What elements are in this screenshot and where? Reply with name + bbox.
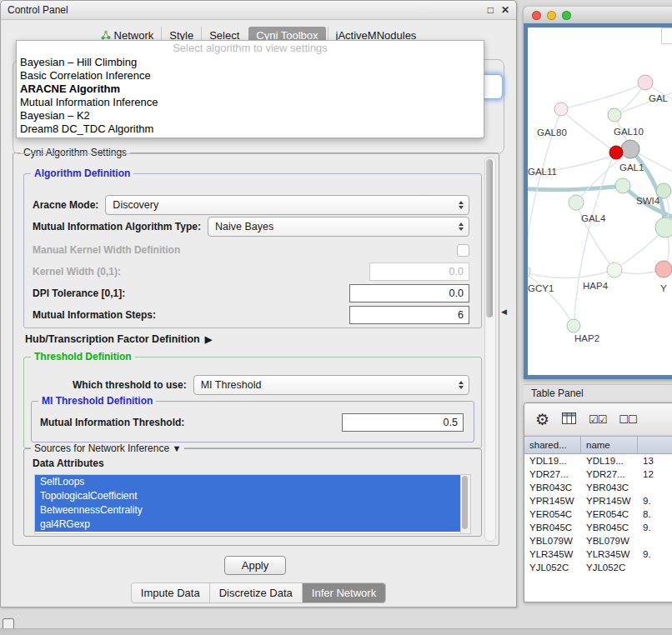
select-none-icon[interactable]: ☐☐ <box>619 414 636 425</box>
table-cell: YPR145W <box>524 496 581 506</box>
algorithm-option[interactable]: Basic Correlation Inference <box>17 69 484 82</box>
mi-type-combo[interactable]: Naive Bayes <box>208 217 469 237</box>
dpi-tolerance-row: DPI Tolerance [0,1]: 0.0 <box>33 284 469 302</box>
network-node[interactable] <box>638 75 653 90</box>
gear-icon[interactable]: ⚙ <box>535 412 549 428</box>
combo-arrows-icon <box>459 201 464 209</box>
network-window-titlebar[interactable] <box>524 7 672 24</box>
sources-group: Sources for Network Inference ▼ Data Att… <box>23 448 482 537</box>
bottom-edge-bar <box>0 628 672 635</box>
table-cell: 9. <box>638 496 672 506</box>
network-edge[interactable] <box>574 152 615 326</box>
network-node[interactable] <box>621 140 639 158</box>
settings-scrollbar-thumb[interactable] <box>486 159 493 318</box>
which-threshold-combo[interactable]: MI Threshold <box>193 375 469 395</box>
network-canvas[interactable]: GALGAL80GAL10GAL11GAL1SWI4GAL4GCY1HAP4HA… <box>528 28 672 375</box>
network-node[interactable] <box>655 261 672 278</box>
column-header[interactable]: shared... <box>524 437 581 453</box>
manual-kernel-checkbox[interactable] <box>457 244 469 257</box>
table-panel-header[interactable]: Table Panel <box>524 384 672 402</box>
algorithm-option[interactable]: Bayesian – K2 <box>17 109 484 122</box>
network-node[interactable] <box>615 178 630 193</box>
network-node[interactable] <box>609 146 623 159</box>
table-row[interactable]: YDL19...YDL19...13 <box>524 454 672 468</box>
network-node[interactable] <box>655 218 672 238</box>
settings-scrollbar[interactable] <box>484 157 496 542</box>
network-edge[interactable] <box>561 82 645 109</box>
minimize-button[interactable] <box>547 11 556 20</box>
zoom-button[interactable] <box>562 11 571 20</box>
node-label: GAL1 <box>619 162 644 172</box>
algorithm-dropdown-list: Bayesian – Hill ClimbingBasic Correlatio… <box>17 56 484 136</box>
table-row[interactable]: YBL079WYBL079W <box>524 534 672 548</box>
column-browser-icon[interactable] <box>562 412 576 427</box>
network-view-frame: GALGAL80GAL10GAL11GAL1SWI4GAL4GCY1HAP4HA… <box>524 23 672 379</box>
kernel-width-field[interactable]: 0.0 <box>369 262 469 281</box>
cyni-algorithm-settings-group: Cyni Algorithm Settings Algorithm Defini… <box>13 152 499 546</box>
network-node[interactable] <box>608 108 621 122</box>
column-header[interactable]: name <box>581 437 638 453</box>
close-panel-icon[interactable]: ✕ <box>501 5 509 15</box>
apply-button[interactable]: Apply <box>224 556 286 575</box>
network-canvas-svg: GALGAL80GAL10GAL11GAL1SWI4GAL4GCY1HAP4HA… <box>528 28 672 375</box>
sources-legend: Sources for Network Inference ▼ <box>31 442 184 454</box>
mi-steps-field[interactable]: 6 <box>349 306 469 324</box>
close-button[interactable] <box>532 11 541 20</box>
network-edge[interactable] <box>528 186 623 190</box>
table-row[interactable]: YJL052CYJL052C <box>524 561 672 574</box>
column-header[interactable] <box>638 437 672 453</box>
table-row[interactable]: YDR27...YDR27...12 <box>524 468 672 481</box>
table-row[interactable]: YLR345WYLR345W9. <box>524 548 672 561</box>
dpi-tolerance-field[interactable]: 0.0 <box>349 284 469 302</box>
control-panel-titlebar[interactable]: Control Panel □ ✕ <box>1 1 516 20</box>
table-cell: 8. <box>638 509 672 519</box>
algorithm-option[interactable]: Dream8 DC_TDC Algorithm <box>17 122 484 136</box>
table-cell: 12 <box>638 469 672 479</box>
table-header-row: shared...name <box>524 436 672 454</box>
bottom-tab-discretize-data[interactable]: Discretize Data <box>209 583 302 602</box>
network-edge[interactable] <box>561 109 615 152</box>
attribute-item[interactable]: TopologicalCoefficient <box>35 489 461 503</box>
network-node[interactable] <box>569 195 584 210</box>
expanded-arrow-icon[interactable]: ▼ <box>172 443 181 453</box>
bottom-tab-impute-data[interactable]: Impute Data <box>132 583 209 602</box>
network-node[interactable] <box>567 319 580 332</box>
node-label: HAP2 <box>574 333 599 343</box>
bottom-tabs-container: Impute DataDiscretize DataInfer Network <box>1 582 516 603</box>
bottom-tab-infer-network[interactable]: Infer Network <box>302 583 385 602</box>
table-row[interactable]: YBR043CYBR043C <box>524 481 672 494</box>
network-edge[interactable] <box>528 272 574 326</box>
select-all-icon[interactable]: ☑☑ <box>589 414 606 425</box>
combo-arrows-icon <box>459 222 464 231</box>
table-cell: YBR043C <box>581 482 638 492</box>
network-node[interactable] <box>554 102 568 116</box>
algorithm-option[interactable]: Mutual Information Inference <box>17 96 484 109</box>
attribute-item[interactable]: BetweennessCentrality <box>35 503 461 518</box>
table-cell: YLR345W <box>524 549 581 559</box>
float-window-icon[interactable]: □ <box>488 5 494 15</box>
attribute-item[interactable]: gal4RGexp <box>35 518 461 532</box>
algorithm-option[interactable]: Bayesian – Hill Climbing <box>17 56 484 69</box>
table-cell: 9. <box>638 522 672 532</box>
attribute-item[interactable]: SelfLoops <box>35 475 461 489</box>
table-row[interactable]: YPR145WYPR145W9. <box>524 494 672 508</box>
network-scroll-corner[interactable] <box>661 28 672 44</box>
table-cell: YER054C <box>524 509 581 519</box>
aracne-mode-combo[interactable]: Discovery <box>105 195 469 215</box>
mi-threshold-row: Mutual Information Threshold: 0.5 <box>40 413 464 432</box>
manual-kernel-row: Manual Kernel Width Definition <box>33 241 469 259</box>
network-edge[interactable] <box>528 270 614 278</box>
network-edge[interactable] <box>576 149 630 202</box>
attributes-scrollbar-thumb[interactable] <box>462 476 468 529</box>
table-cell: YLR345W <box>581 549 638 559</box>
panel-splitter-arrow-icon[interactable]: ◀ <box>501 308 507 316</box>
algorithm-option[interactable]: ARACNE Algorithm <box>17 82 484 96</box>
attributes-scrollbar[interactable] <box>460 475 470 533</box>
dpi-tolerance-label: DPI Tolerance [0,1]: <box>33 288 125 299</box>
network-node[interactable] <box>607 262 622 278</box>
node-label: GAL4 <box>581 213 606 223</box>
hub-definition-toggle[interactable]: Hub/Transcription Factor Definition ▶ <box>25 333 212 345</box>
table-row[interactable]: YER054CYER054C8. <box>524 508 672 521</box>
table-row[interactable]: YBR045CYBR045C9. <box>524 521 672 534</box>
mi-threshold-field[interactable]: 0.5 <box>342 413 464 432</box>
